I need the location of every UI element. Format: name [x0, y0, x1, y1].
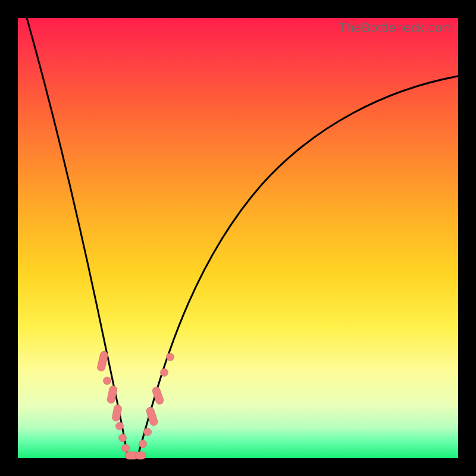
marker-left-5 [116, 422, 124, 430]
marker-left-7 [122, 444, 130, 452]
marker-right-2 [144, 428, 152, 436]
chart-frame: TheBottleneck.com [0, 0, 476, 476]
marker-right-6 [167, 353, 174, 361]
marker-left-1 [96, 350, 108, 372]
plot-area: TheBottleneck.com [18, 18, 458, 458]
marker-right-5 [161, 369, 168, 377]
marker-right-1 [139, 440, 147, 448]
curve-right-branch [138, 76, 458, 455]
curve-layer [18, 18, 458, 458]
marker-left-2 [104, 377, 111, 385]
marker-floor-2 [135, 452, 146, 459]
marker-left-3 [107, 385, 118, 404]
marker-left-6 [119, 434, 127, 442]
